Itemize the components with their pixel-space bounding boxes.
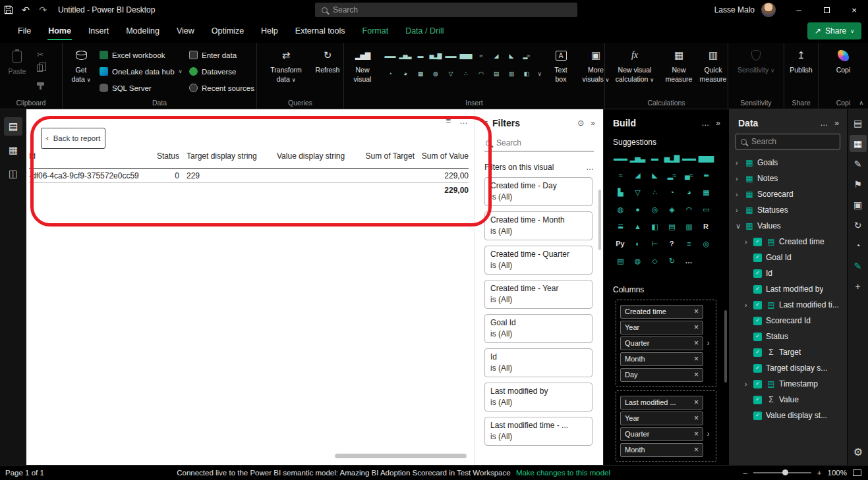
- data-source-button[interactable]: Dataverse ∨: [189, 67, 258, 76]
- share-button[interactable]: ↗ Share ∨: [807, 22, 861, 40]
- field-chip[interactable]: Day ×: [620, 368, 703, 382]
- collapse-pane-icon[interactable]: »: [591, 119, 595, 128]
- visual-gallery-icon[interactable]: ▆▆▆: [458, 47, 473, 65]
- remove-field-icon[interactable]: ×: [694, 323, 699, 332]
- menu-item[interactable]: Format: [354, 20, 397, 43]
- field-checkbox[interactable]: ✓: [753, 253, 762, 262]
- visual-type-icon[interactable]: ≅: [697, 167, 714, 184]
- visual-gallery-icon[interactable]: ◔: [382, 65, 397, 82]
- visual-type-icon[interactable]: ◔: [663, 184, 680, 201]
- redo-icon[interactable]: ↷: [34, 5, 51, 15]
- field-checkbox[interactable]: ✓: [753, 348, 762, 357]
- remove-field-icon[interactable]: ×: [694, 413, 699, 423]
- field-chip[interactable]: Quarter ×: [620, 427, 703, 441]
- visual-type-icon[interactable]: ∴: [646, 184, 663, 201]
- tree-item[interactable]: ✓ Id: [729, 265, 847, 281]
- visual-type-icon[interactable]: ◍: [629, 252, 646, 269]
- visual-type-icon[interactable]: ●: [629, 201, 646, 218]
- chevron-icon[interactable]: ›: [745, 301, 753, 309]
- filter-card[interactable]: Goal Id is (All): [484, 314, 593, 343]
- visual-type-icon[interactable]: ◐: [629, 235, 646, 252]
- visual-gallery-icon[interactable]: ▅▂▇: [428, 47, 443, 65]
- collapse-pane-icon[interactable]: »: [716, 119, 720, 128]
- visual-type-icon[interactable]: R: [697, 218, 714, 235]
- user-name[interactable]: Lasse Malo: [714, 5, 755, 14]
- tree-item[interactable]: ✓ Goal Id: [729, 250, 847, 265]
- pane-rail-button[interactable]: ✎: [850, 257, 867, 275]
- horizontal-scrollbar[interactable]: [335, 454, 467, 458]
- chevron-icon[interactable]: ›: [745, 238, 753, 246]
- visual-type-icon[interactable]: ⊢: [646, 235, 663, 252]
- visual-type-icon[interactable]: ≈: [612, 167, 629, 184]
- tree-item[interactable]: ✓ Σ Target: [729, 344, 847, 360]
- visual-type-icon[interactable]: ◠: [680, 201, 697, 218]
- data-source-button[interactable]: SQL Server ∨: [100, 84, 187, 92]
- zoom-out-icon[interactable]: –: [743, 469, 747, 477]
- view-nav-button[interactable]: ▦: [4, 141, 22, 159]
- undo-icon[interactable]: ↶: [17, 5, 34, 15]
- field-checkbox[interactable]: ✓: [753, 238, 762, 246]
- visual-type-icon[interactable]: ≣: [612, 218, 629, 235]
- column-header[interactable]: Target display string ▼: [179, 151, 270, 162]
- get-data-button[interactable]: Get data ∨: [68, 47, 94, 95]
- column-header[interactable]: Sum of Value ▼: [415, 151, 469, 162]
- tree-item[interactable]: ✓ Status: [729, 329, 847, 344]
- visual-type-icon[interactable]: ▲: [629, 218, 646, 235]
- filter-card[interactable]: Last modified by is (All): [484, 383, 593, 412]
- menu-item[interactable]: Help: [252, 20, 287, 43]
- tree-item[interactable]: ✓ Σ Value: [729, 392, 847, 408]
- zoom-in-icon[interactable]: +: [817, 469, 822, 477]
- filter-card[interactable]: Created time - Day is (All): [484, 177, 593, 206]
- eye-icon[interactable]: ⊙: [577, 119, 584, 128]
- visual-type-icon[interactable]: ▦: [697, 184, 714, 201]
- build-scrollbar[interactable]: [724, 310, 727, 383]
- sensitivity-button[interactable]: Sensitivity ∨: [736, 47, 776, 95]
- visual-type-icon[interactable]: ▤: [612, 252, 629, 269]
- visual-gallery-icon[interactable]: ◕: [397, 65, 413, 82]
- filters-scrollbar[interactable]: [598, 190, 601, 250]
- menu-item[interactable]: Home: [40, 20, 80, 43]
- copilot-button[interactable]: Copi: [830, 47, 857, 95]
- column-header[interactable]: Id ▼: [29, 151, 145, 162]
- settings-gear-icon[interactable]: ⚙: [848, 446, 868, 458]
- visual-gallery-icon[interactable]: ▦: [413, 65, 428, 82]
- pane-rail-button[interactable]: ◔: [850, 237, 867, 254]
- visual-type-icon[interactable]: ◧: [646, 218, 663, 235]
- visual-type-icon[interactable]: ▬: [646, 149, 663, 167]
- field-checkbox[interactable]: ✓: [753, 364, 762, 373]
- visual-type-icon[interactable]: ◣: [646, 167, 663, 184]
- tree-item[interactable]: › ✓ ▦ Notes: [729, 171, 847, 186]
- format-painter-icon[interactable]: [37, 79, 44, 87]
- visual-type-icon[interactable]: …: [680, 252, 697, 269]
- zoom-slider-thumb[interactable]: [782, 469, 788, 475]
- visual-gallery-icon[interactable]: ◍: [428, 65, 443, 82]
- avatar[interactable]: [761, 3, 776, 17]
- pane-rail-button[interactable]: +: [850, 278, 867, 295]
- field-checkbox[interactable]: ✓: [753, 285, 762, 294]
- filter-card[interactable]: Id is (All): [484, 348, 593, 377]
- more-options-icon[interactable]: …: [701, 119, 709, 128]
- save-icon[interactable]: [0, 4, 17, 16]
- visual-type-icon[interactable]: ▂≈: [663, 167, 680, 184]
- pane-rail-button[interactable]: ▣: [850, 196, 867, 213]
- column-header[interactable]: Status ▼: [145, 151, 179, 162]
- view-nav-button[interactable]: ▤: [4, 117, 22, 136]
- menu-item[interactable]: Data / Drill: [397, 20, 452, 43]
- visual-gallery-icon[interactable]: ▂▅▃: [397, 47, 413, 65]
- new-visual-calculation-button[interactable]: fx New visual calculation ∨: [608, 47, 661, 95]
- pane-rail-button[interactable]: ▦: [850, 135, 867, 152]
- tree-item[interactable]: ✓ Target display s...: [729, 360, 847, 376]
- zoom-slider[interactable]: [753, 472, 811, 473]
- text-box-button[interactable]: A Text box: [548, 47, 573, 95]
- filters-search-input[interactable]: Search: [484, 135, 594, 151]
- visual-type-icon[interactable]: ?: [663, 235, 680, 252]
- field-checkbox[interactable]: ✓: [753, 412, 762, 420]
- remove-field-icon[interactable]: ×: [694, 338, 699, 348]
- close-button[interactable]: ×: [840, 0, 868, 20]
- menu-item[interactable]: View: [168, 20, 203, 43]
- visual-type-icon[interactable]: ▆▆▆: [697, 149, 714, 167]
- visual-type-icon[interactable]: ▂▅▃: [629, 149, 646, 167]
- visual-gallery-icon[interactable]: ◢: [488, 47, 504, 65]
- visual-type-icon[interactable]: ◢: [629, 167, 646, 184]
- collapse-ribbon-icon[interactable]: ∧: [859, 99, 863, 106]
